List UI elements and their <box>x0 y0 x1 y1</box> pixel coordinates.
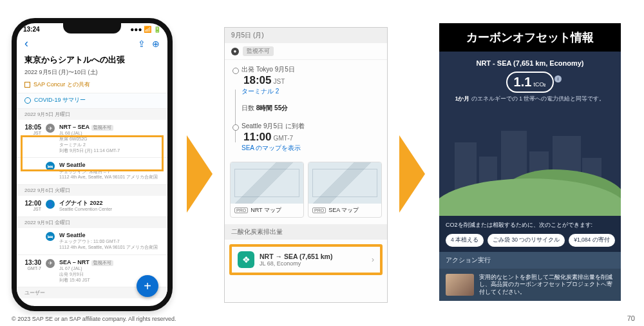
more-icon[interactable]: ⊕ <box>152 39 160 49</box>
co2-section-header: 二酸化炭素排出量 <box>225 224 387 240</box>
departure-block: 出発 Tokyo 9月5日 18:05JST ターミナル 2 <box>225 60 387 101</box>
arrival-block: Seattle 9月5日 に到着 11:00GMT-7 SEA のマップを表示 <box>225 117 387 158</box>
sea-map-link[interactable]: SEA のマップを表示 <box>242 144 381 153</box>
covid-summary-row[interactable]: COVID-19 サマリー <box>17 93 167 109</box>
status-dot-icon: ● <box>231 48 239 55</box>
flight-detail-panel: 9月5日 (月) ● 監視不可 出発 Tokyo 9月5日 18:05JST タ… <box>224 27 388 303</box>
co2-card[interactable]: ❖ NRT → SEA (7,651 km) JL 68, Economy › <box>229 244 383 275</box>
flight-segment[interactable]: 18:05JST ✈ NRT – SEA監視不可 JL 68 (JAL) 座席 … <box>17 120 167 158</box>
plane-icon: ✈ <box>46 259 55 268</box>
date-header: 9月5日 (月) <box>225 28 387 43</box>
phone-notch <box>63 23 121 34</box>
duration-row: 日数 8時間 55分 <box>225 101 387 117</box>
arrow-icon <box>399 135 425 213</box>
sea-map-card[interactable]: PROSEA マップ <box>308 162 382 218</box>
hotel-icon: 🛏 <box>46 232 55 241</box>
status-time: 13:24 <box>23 26 40 33</box>
offset-panel: カーボンオフセット情報 NRT - SEA (7,651 km, Economy… <box>439 23 621 307</box>
trip-title: 東京からシアトルへの出張 <box>17 53 167 68</box>
leaf-icon: ❖ <box>238 251 254 268</box>
date-header: 2022 9月6日 火曜日 <box>17 185 167 196</box>
equivalence-text: 1か月 のエネルギーでの 1 世帯への電力供給と同等です。 <box>444 95 616 103</box>
offset-header: カーボンオフセット情報 <box>439 23 621 52</box>
hotel-segment[interactable]: 🛏 W Seattle チェックイン: 木曜日 – 7 1112 4th Ave… <box>17 158 167 185</box>
back-icon[interactable]: ‹ <box>24 37 28 50</box>
map-thumbnail <box>231 162 303 204</box>
hotel-segment[interactable]: 🛏 W Seattle チェックアウト: 11:00 GMT-7 1112 4t… <box>17 228 167 255</box>
status-icons: ●●● 📶 🔋 <box>130 26 161 33</box>
arrow-icon <box>187 135 213 213</box>
terminal-link[interactable]: ターミナル 2 <box>242 87 381 96</box>
action-section: アクション実行 実用的なヒントを参照して二酸化炭素排出量を削減し、高品質のカーボ… <box>439 252 621 301</box>
phone-mockup: 13:24 ●●● 📶 🔋 ‹ ⇪ ⊕ 東京からシアトルへの出張 2022 9月… <box>12 18 173 311</box>
share-icon[interactable]: ⇪ <box>138 39 146 49</box>
date-header: 2022 9月5日 月曜日 <box>17 109 167 120</box>
reduce-strip: CO2を削減または相殺するために、次のことができます: 4 本植える ごみ袋 3… <box>439 216 621 252</box>
pill-donate[interactable]: ¥1,084 の寄付 <box>569 234 614 247</box>
chevron-right-icon: › <box>372 255 374 264</box>
city-illustration <box>439 132 621 216</box>
event-segment[interactable]: 12:00JST 👤 イグナイト 2022 Seattle Convention… <box>17 196 167 217</box>
pill-plant[interactable]: 4 本植える <box>446 234 484 247</box>
route-label: NRT - SEA (7,651 km, Economy) <box>444 59 616 67</box>
action-thumbnail <box>446 274 474 296</box>
shield-icon <box>24 97 31 104</box>
page-number: 70 <box>627 314 635 322</box>
date-header: 2022 9月9日 金曜日 <box>17 217 167 228</box>
nrt-map-card[interactable]: PRONRT マップ <box>230 162 304 218</box>
watch-chip: 監視不可 <box>243 46 274 56</box>
co2-value-badge: 1.1 tCO₂ i <box>506 72 554 93</box>
copyright: © 2023 SAP SE or an SAP affiliate compan… <box>12 316 176 322</box>
pill-recycle[interactable]: ごみ袋 30 つのリサイクル <box>488 234 565 247</box>
hotel-icon: 🛏 <box>46 162 55 171</box>
concur-share-row[interactable]: SAP Concur との共有 <box>17 81 167 93</box>
person-icon: 👤 <box>46 200 55 209</box>
plane-icon: ✈ <box>46 124 55 133</box>
action-row[interactable]: 実用的なヒントを参照して二酸化炭素排出量を削減し、高品質のカーボンオフセットプロ… <box>439 269 621 301</box>
trip-dates: 2022 9月5日 (月)〜10日 (土) <box>17 68 167 81</box>
info-icon[interactable]: i <box>554 75 562 82</box>
add-button[interactable]: + <box>137 275 158 297</box>
concur-icon <box>24 82 30 88</box>
map-thumbnail <box>308 162 381 204</box>
